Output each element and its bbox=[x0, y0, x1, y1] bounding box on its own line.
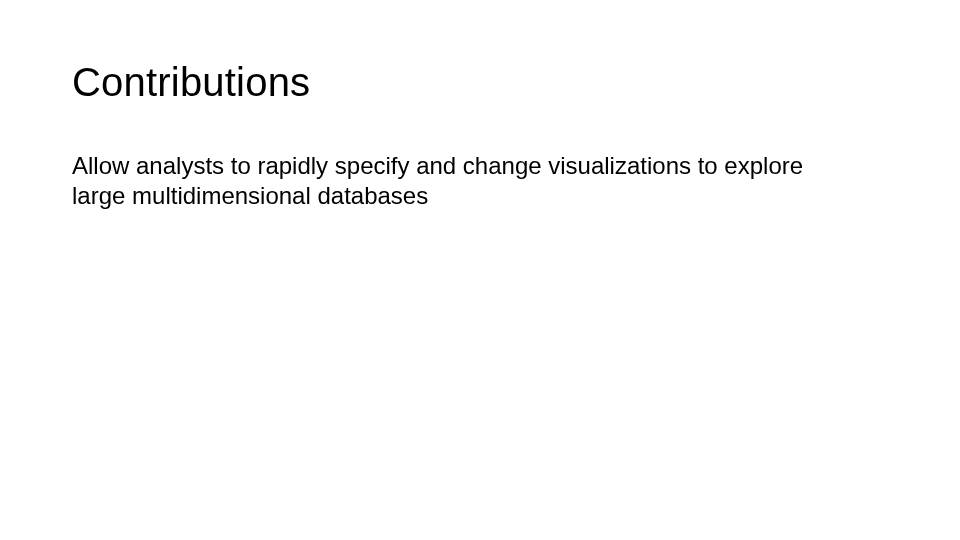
slide: Contributions Allow analysts to rapidly … bbox=[0, 0, 960, 540]
slide-body-text: Allow analysts to rapidly specify and ch… bbox=[72, 151, 852, 211]
slide-title: Contributions bbox=[72, 60, 888, 105]
